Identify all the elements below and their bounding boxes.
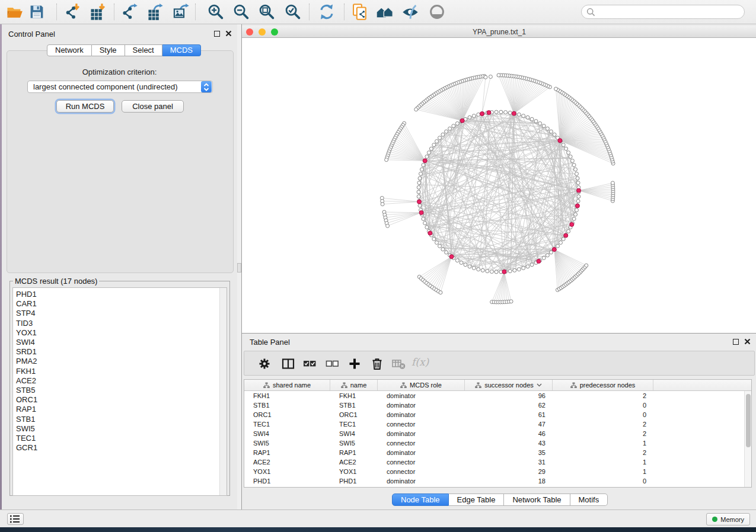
criterion-select-value: largest connected component (undirected) [28,82,201,91]
mcds-result-item[interactable]: SWI5 [16,424,227,434]
search-input[interactable] [596,8,744,16]
import-network-icon[interactable] [63,3,81,21]
column-header-predecessor-nodes[interactable]: predecessor nodes [553,380,653,390]
column-header-name[interactable]: name [330,380,378,390]
network-canvas[interactable] [242,38,756,334]
mcds-result-item[interactable]: CAR1 [16,299,227,309]
mcds-result-list: PHD1CAR1STP4TID3YOX1SWI4SRD1PMA2FKH1ACE2… [12,287,227,496]
memory-button[interactable]: Memory [706,513,750,525]
table-scrollbar-thumb[interactable] [746,394,751,447]
toolbar-separator [309,4,310,20]
node-table: shared namenameMCDS rolesuccessor nodesp… [244,379,752,488]
toolbar-separator [114,4,114,20]
refresh-icon[interactable] [318,3,336,21]
delete-table-icon[interactable] [391,357,406,371]
table-row[interactable]: SWI5SWI5connector431 [244,438,751,448]
network-window-titlebar[interactable]: YPA_prune.txt_1 [242,26,756,38]
close-panel-button[interactable]: Close panel [122,100,184,113]
mcds-result-item[interactable]: ORC1 [16,395,227,405]
table-panel: Table Panel f(x) shared namenameMCDS rol… [242,334,756,509]
float-table-panel-icon[interactable] [733,339,739,345]
mcds-result-item[interactable]: TID3 [16,319,227,328]
close-panel-icon[interactable] [225,30,232,37]
show-all-nodes-icon[interactable] [376,3,394,21]
window-maximize-button[interactable] [271,28,278,36]
tab-network[interactable]: Network [47,44,92,56]
table-row[interactable]: YOX1YOX1connector291 [244,467,751,476]
mcds-list-scrollbar[interactable] [219,288,227,495]
tab-edge-table[interactable]: Edge Table [449,493,505,506]
import-table-icon[interactable] [89,3,107,21]
mcds-result-item[interactable]: RAP1 [16,405,227,414]
memory-label: Memory [720,516,744,523]
deselect-checkboxes-icon[interactable] [325,357,339,371]
export-table-icon[interactable] [146,3,164,21]
search-icon [586,7,596,17]
mcds-result-item[interactable]: STP4 [16,309,227,318]
search-box[interactable] [581,5,745,19]
table-settings-icon[interactable] [257,357,272,371]
zoom-in-icon[interactable] [207,3,225,21]
control-panel-title: Control Panel [8,30,55,39]
criterion-select[interactable]: largest connected component (undirected) [27,81,213,93]
column-header-shared-name[interactable]: shared name [244,380,330,390]
table-row[interactable]: ORC1ORC1dominator610 [244,410,751,419]
show-hidden-icon[interactable] [428,3,446,21]
network-graph [242,38,756,334]
mcds-result-item[interactable]: ACE2 [16,376,227,386]
vertical-splitter[interactable] [237,24,241,509]
export-image-icon[interactable] [173,3,190,21]
mcds-result-item[interactable]: GCR1 [16,443,227,453]
tab-node-table[interactable]: Node Table [392,493,449,506]
hide-selected-icon[interactable] [401,3,419,21]
zoom-out-icon[interactable] [232,3,250,21]
mcds-result-item[interactable]: STB5 [16,386,227,395]
mcds-result-item[interactable]: SWI4 [16,338,227,347]
mcds-result-item[interactable]: YOX1 [16,328,227,338]
clone-network-icon[interactable] [351,3,369,21]
close-table-panel-icon[interactable] [744,338,751,345]
table-panel-title: Table Panel [250,338,290,347]
float-panel-icon[interactable] [214,31,220,37]
zoom-fit-icon[interactable] [258,3,276,21]
table-row[interactable]: FKH1FKH1dominator962 [244,391,751,400]
mcds-result-title: MCDS result (17 nodes) [13,277,99,286]
column-header-MCDS-role[interactable]: MCDS role [378,380,465,390]
window-minimize-button[interactable] [259,28,266,36]
table-row[interactable]: SWI4SWI4dominator462 [244,429,751,438]
tab-mcds[interactable]: MCDS [162,44,201,56]
table-row[interactable]: PHD1PHD1dominator180 [244,476,751,486]
window-close-button[interactable] [246,28,253,36]
table-row[interactable]: ACE2ACE2connector311 [244,457,751,467]
mcds-result-item[interactable]: STB1 [16,415,227,424]
task-history-button[interactable] [7,513,24,525]
export-network-icon[interactable] [121,3,139,21]
save-session-icon[interactable] [28,3,46,21]
mcds-result-item[interactable]: PHD1 [16,290,227,299]
add-column-icon[interactable] [347,357,362,371]
control-panel: Control Panel NetworkStyleSelectMCDS Opt… [2,24,237,509]
run-mcds-button[interactable]: Run MCDS [56,100,114,113]
delete-column-icon[interactable] [370,357,384,371]
right-column: YPA_prune.txt_1 Table Panel f(x) shared … [241,24,756,509]
mcds-result-item[interactable]: SRD1 [16,347,227,357]
table-row[interactable]: TEC1TEC1connector472 [244,419,751,429]
zoom-selected-icon[interactable] [284,3,302,21]
table-row[interactable]: RAP1RAP1dominator352 [244,448,751,457]
tab-motifs[interactable]: Motifs [570,493,608,506]
tab-select[interactable]: Select [125,44,162,56]
splitter-handle[interactable] [237,263,241,273]
tab-style[interactable]: Style [92,44,125,56]
table-row[interactable]: STB1STB1dominator620 [244,400,751,410]
column-header-successor-nodes[interactable]: successor nodes [465,380,553,390]
attribute-icon [263,382,270,389]
mcds-result-item[interactable]: TEC1 [16,434,227,443]
open-file-icon[interactable] [5,3,23,21]
optimization-criterion-label: Optimization criterion: [2,68,237,76]
table-scrollbar[interactable] [744,391,751,488]
tab-network-table[interactable]: Network Table [504,493,570,506]
split-columns-icon[interactable] [281,357,295,371]
select-all-checkboxes-icon[interactable] [302,357,317,371]
mcds-result-item[interactable]: FKH1 [16,367,227,376]
mcds-result-item[interactable]: PMA2 [16,357,227,366]
